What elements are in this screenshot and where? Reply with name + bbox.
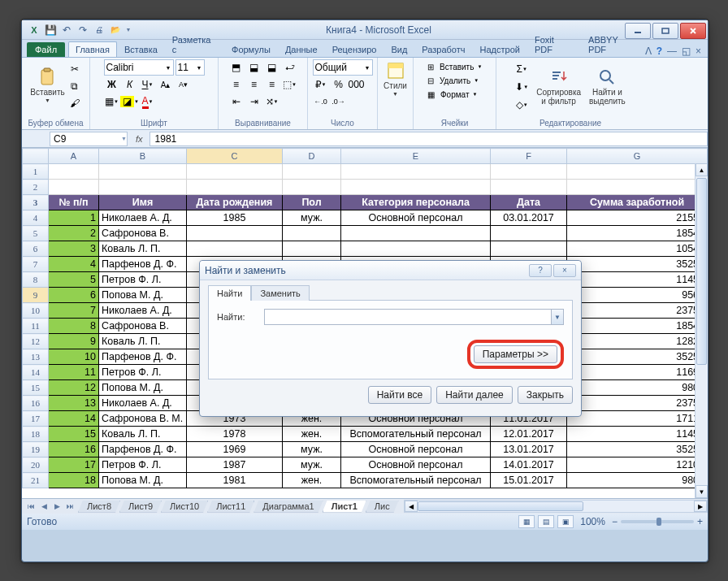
cell[interactable]: 11456 bbox=[567, 427, 708, 442]
row-header[interactable]: 2 bbox=[23, 180, 49, 195]
sheet-tab[interactable]: Лист9 bbox=[119, 501, 162, 513]
cell[interactable]: 10546 bbox=[567, 241, 708, 257]
cell[interactable]: Основной персонал bbox=[341, 442, 491, 457]
font-name-select[interactable]: Calibri▼ bbox=[104, 59, 174, 76]
sheet-tab[interactable]: Лист11 bbox=[207, 501, 254, 513]
cell[interactable]: 2 bbox=[49, 226, 99, 241]
autosum-icon[interactable]: Σ▼ bbox=[514, 61, 530, 77]
cell[interactable] bbox=[341, 180, 491, 195]
find-select-button[interactable]: Найти и выделить bbox=[587, 59, 627, 113]
cell[interactable]: 4 bbox=[49, 257, 99, 272]
cell[interactable]: 12 bbox=[49, 380, 99, 396]
cell[interactable] bbox=[567, 164, 708, 180]
cell[interactable]: 1 bbox=[49, 210, 99, 226]
cell[interactable]: Николаев А. Д. bbox=[99, 303, 187, 319]
sheet-tab[interactable]: Лист8 bbox=[78, 501, 120, 513]
cell[interactable]: 12.01.2017 bbox=[491, 427, 567, 442]
ribbon-tab-6[interactable]: Вид bbox=[384, 41, 414, 57]
sheet-tab[interactable]: Лист1 bbox=[323, 501, 366, 513]
col-header-C[interactable]: C bbox=[187, 149, 283, 164]
minimize-ribbon-icon[interactable]: ᐱ bbox=[645, 46, 652, 57]
view-pagebreak-icon[interactable]: ▣ bbox=[557, 515, 574, 528]
cell[interactable]: 10 bbox=[49, 349, 99, 365]
fill-icon[interactable]: ⬇▼ bbox=[514, 79, 530, 95]
qat-dropdown-icon[interactable]: ▼ bbox=[124, 23, 132, 37]
cell[interactable]: Сафронова В. bbox=[99, 226, 187, 241]
cell[interactable]: 18 bbox=[49, 473, 99, 488]
excel-icon[interactable]: X bbox=[27, 23, 41, 37]
cell[interactable]: 1985 bbox=[187, 210, 283, 226]
cell[interactable]: Парфенов Д. Ф. bbox=[99, 442, 187, 457]
bold-icon[interactable]: Ж bbox=[104, 76, 120, 93]
cell[interactable]: 14.01.2017 bbox=[491, 457, 567, 473]
cell[interactable]: 11698 bbox=[567, 365, 708, 380]
sheet-tab[interactable]: Лист10 bbox=[161, 501, 208, 513]
scroll-left-icon[interactable]: ◀ bbox=[405, 501, 418, 512]
find-next-button[interactable]: Найти далее bbox=[436, 386, 513, 404]
cell[interactable]: 12821 bbox=[567, 334, 708, 349]
dialog-titlebar[interactable]: Найти и заменить ? × bbox=[200, 261, 581, 280]
cell[interactable]: 9 bbox=[49, 334, 99, 349]
cell[interactable]: муж. bbox=[283, 210, 341, 226]
merge-icon[interactable]: ⬚▼ bbox=[282, 76, 298, 93]
align-right-icon[interactable]: ≡ bbox=[264, 76, 280, 93]
number-format-select[interactable]: Общий▼ bbox=[313, 59, 373, 76]
ribbon-tab-10[interactable]: ABBYY PDF bbox=[581, 32, 645, 57]
percent-icon[interactable]: % bbox=[331, 76, 347, 93]
cell[interactable]: 13 bbox=[49, 396, 99, 411]
h-scroll-thumb[interactable] bbox=[418, 501, 583, 511]
view-layout-icon[interactable]: ▤ bbox=[538, 515, 554, 528]
sort-filter-button[interactable]: Сортировка и фильтр bbox=[535, 59, 583, 113]
cell[interactable]: 6 bbox=[49, 288, 99, 303]
scroll-down-icon[interactable]: ▼ bbox=[696, 485, 708, 498]
underline-icon[interactable]: Ч▼ bbox=[140, 76, 156, 93]
increase-font-icon[interactable]: A▴ bbox=[158, 76, 174, 93]
row-header[interactable]: 14 bbox=[23, 365, 49, 380]
cell[interactable]: Категория персонала bbox=[341, 195, 491, 210]
cell[interactable]: Попова М. Д. bbox=[99, 473, 187, 488]
italic-icon[interactable]: К bbox=[122, 76, 138, 93]
cell[interactable]: муж. bbox=[283, 457, 341, 473]
redo-icon[interactable]: ↷ bbox=[76, 23, 90, 37]
cell[interactable]: 14 bbox=[49, 411, 99, 427]
sheet-tab[interactable]: Лис bbox=[366, 501, 399, 513]
cell[interactable]: 23754 bbox=[567, 396, 708, 411]
row-header[interactable]: 15 bbox=[23, 380, 49, 396]
col-header-F[interactable]: F bbox=[491, 149, 567, 164]
cell[interactable]: Парфенов Д. Ф. bbox=[99, 257, 187, 272]
cell[interactable]: 16 bbox=[49, 442, 99, 457]
zoom-out-icon[interactable]: − bbox=[612, 516, 618, 527]
cell[interactable]: 17115 bbox=[567, 411, 708, 427]
cell[interactable]: 35254 bbox=[567, 349, 708, 365]
ribbon-tab-5[interactable]: Рецензиро bbox=[325, 41, 384, 57]
open-icon[interactable]: 📂 bbox=[108, 23, 123, 37]
copy-icon[interactable]: ⧉ bbox=[67, 78, 83, 94]
cell[interactable]: 11 bbox=[49, 365, 99, 380]
cell[interactable]: 11456 bbox=[567, 272, 708, 288]
cell[interactable]: 9564 bbox=[567, 288, 708, 303]
cell[interactable]: 8 bbox=[49, 319, 99, 334]
currency-icon[interactable]: ₽▼ bbox=[313, 76, 329, 93]
sheet-last-icon[interactable]: ⏭ bbox=[64, 502, 76, 510]
decrease-font-icon[interactable]: A▾ bbox=[176, 76, 192, 93]
cell[interactable]: Попова М. Д. bbox=[99, 380, 187, 396]
increase-indent-icon[interactable]: ⇥ bbox=[246, 93, 262, 110]
vertical-scrollbar[interactable]: ▲ ▼ bbox=[695, 163, 708, 498]
format-cells-button[interactable]: ▦ Формат▼ bbox=[427, 89, 483, 100]
cell[interactable] bbox=[491, 164, 567, 180]
cell[interactable]: Сафронова В. bbox=[99, 319, 187, 334]
zoom-in-icon[interactable]: + bbox=[697, 516, 703, 527]
cell[interactable]: 1969 bbox=[187, 442, 283, 457]
sheet-next-icon[interactable]: ▶ bbox=[51, 502, 63, 510]
cell[interactable]: 9800 bbox=[567, 380, 708, 396]
cell[interactable]: 18546 bbox=[567, 319, 708, 334]
scroll-thumb[interactable] bbox=[696, 178, 707, 365]
cell[interactable]: 03.01.2017 bbox=[491, 210, 567, 226]
cell[interactable]: 3 bbox=[49, 241, 99, 257]
cell[interactable] bbox=[341, 226, 491, 241]
cell[interactable]: 15 bbox=[49, 427, 99, 442]
cell[interactable]: Коваль Л. П. bbox=[99, 241, 187, 257]
cell[interactable]: Имя bbox=[99, 195, 187, 210]
cell[interactable] bbox=[567, 180, 708, 195]
undo-icon[interactable]: ↶ bbox=[59, 23, 74, 37]
